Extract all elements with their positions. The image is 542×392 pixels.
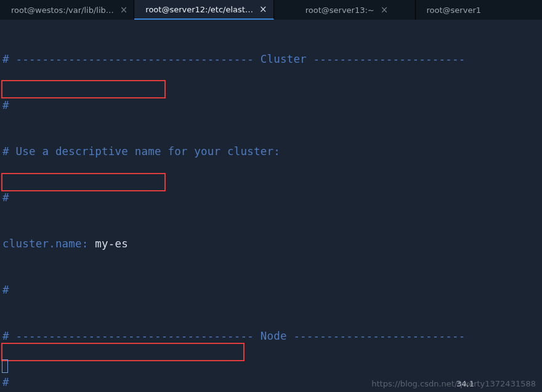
- editor-area[interactable]: # ------------------------------------ C…: [0, 20, 542, 392]
- comment-line: #: [2, 191, 9, 204]
- tab-westos[interactable]: root@westos:/var/lib/lib… ×: [0, 0, 134, 20]
- comment-line: # ------------------------------------ C…: [2, 53, 466, 65]
- comment-line: #: [2, 99, 9, 111]
- tab-bar: root@westos:/var/lib/lib… × root@server1…: [0, 0, 542, 20]
- close-icon[interactable]: ×: [259, 5, 267, 14]
- tab-label: root@server1: [427, 6, 482, 15]
- comment-line: # Use a descriptive name for your cluste…: [2, 145, 280, 158]
- tab-server1-partial[interactable]: root@server1: [416, 0, 488, 20]
- comment-line: # ------------------------------------ N…: [2, 330, 466, 342]
- tab-label: root@server13:~: [305, 6, 374, 15]
- tab-label: root@westos:/var/lib/lib…: [11, 6, 114, 15]
- cursor-position: 34,1: [456, 379, 474, 388]
- status-bar: 34,1: [451, 379, 474, 388]
- config-value-cluster-name: my-es: [89, 238, 128, 250]
- tab-server13[interactable]: root@server13:~ ×: [274, 0, 416, 20]
- tab-server12[interactable]: root@server12:/etc/elast… ×: [134, 0, 273, 20]
- tab-label: root@server12:/etc/elast…: [145, 5, 253, 14]
- comment-line: #: [2, 376, 9, 388]
- close-icon[interactable]: ×: [381, 6, 389, 15]
- close-icon[interactable]: ×: [120, 6, 128, 15]
- comment-line: #: [2, 284, 9, 296]
- config-key-cluster-name: cluster.name:: [2, 238, 89, 250]
